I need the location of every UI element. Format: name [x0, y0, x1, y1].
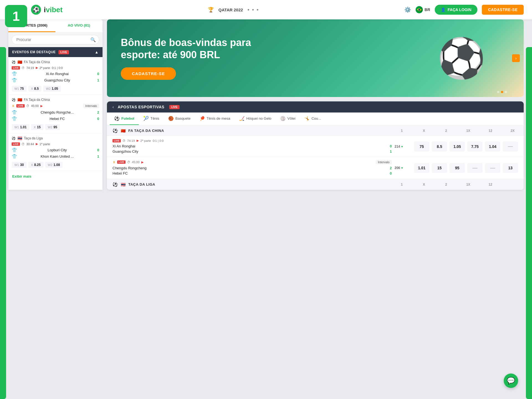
dot-3[interactable]	[505, 91, 507, 93]
main-match-row-1: LIVE ⏱ 74:19 ▶ 2ª parte 0:1 | 0:0 Xi An …	[107, 136, 524, 157]
odds-x-2[interactable]: X 15	[31, 124, 44, 130]
league-name-main-2: TAÇA DA LIGA	[128, 182, 155, 186]
chat-button[interactable]: 💬	[504, 374, 518, 388]
odd-2-2[interactable]: 95	[449, 163, 465, 173]
search-input[interactable]	[12, 35, 99, 44]
soccer-icon: ⚽	[12, 60, 16, 64]
main-pause-2: ⏸	[112, 160, 116, 164]
gear-icon[interactable]: ⚙️	[404, 6, 411, 13]
banner-arrow-right[interactable]: ›	[512, 54, 520, 62]
match-id-2: 206 ▾	[395, 166, 411, 170]
odd-1-12[interactable]: 1.04	[485, 142, 500, 152]
tab-other[interactable]: 🤸 Cou...	[300, 112, 326, 125]
match-part-3: 1ª parte	[40, 142, 50, 146]
main-score-info-1: 0:1 | 0:0	[153, 139, 164, 142]
tab-volei[interactable]: 🏐 Vôlei	[276, 112, 300, 125]
odds-x-3[interactable]: X 8.25	[28, 162, 44, 168]
odd-1-2x[interactable]: —	[503, 142, 518, 152]
dot-2[interactable]	[501, 91, 503, 93]
betting-section: ‹ APOSTAS ESPORTIVAS LIVE ⚽ Futebol 🎾 Tê…	[107, 101, 524, 190]
main-video-1: ▶	[137, 139, 139, 142]
league-name-2: FA Taça da China	[24, 98, 50, 102]
hoquei-label: Hóquei no Gelo	[246, 116, 271, 121]
odds-w2-2[interactable]: W2 95	[45, 124, 60, 130]
match-id-1: 214 ▾	[395, 145, 411, 149]
main-live-1: LIVE	[112, 139, 121, 142]
futebol-label: Futebol	[121, 116, 134, 121]
main-time-1: 74:19	[127, 139, 135, 142]
team-icon-3b: 👕	[12, 154, 17, 159]
main-clock-1: ⏱	[122, 139, 126, 142]
team-score-2b: 0	[97, 117, 99, 121]
basquete-icon: 🏀	[168, 116, 174, 121]
col-2: 2	[441, 129, 452, 133]
betting-header: ‹ APOSTAS ESPORTIVAS LIVE	[107, 101, 524, 112]
tab-basquete[interactable]: 🏀 Basquete	[164, 112, 195, 125]
main-team-2a: Chengdu Rongcheng 2	[112, 165, 392, 171]
exibir-mais-link[interactable]: Exibir mais	[8, 171, 103, 182]
svg-text:⚽: ⚽	[33, 6, 40, 13]
dot-1[interactable]	[497, 91, 499, 93]
tab-ao-vivo[interactable]: AO VIVO (81)	[55, 19, 103, 32]
header-right: ⚙️ BR 👤 FAÇA LOGIN CADASTRE-SE	[404, 5, 524, 15]
register-button[interactable]: CADASTRE-SE	[482, 5, 524, 15]
odd-1-2[interactable]: 1.05	[449, 142, 465, 152]
team-score-3b: 1	[97, 154, 99, 158]
right-content: Bônus de boas-vindas para esporte: até 9…	[103, 19, 524, 190]
number-badge: 1	[5, 5, 27, 27]
search-wrap: 🔍	[12, 35, 99, 44]
chevron-left-icon: ‹	[112, 105, 114, 109]
right-accent	[526, 47, 532, 399]
dropdown-icon-2[interactable]: ▾	[401, 166, 403, 170]
odds-x-1[interactable]: X 8.5	[28, 86, 42, 92]
team-score-1b: 1	[97, 78, 99, 82]
odds-w2-1[interactable]: W2 1.05	[43, 86, 61, 92]
odd-1-1x[interactable]: 7.75	[467, 142, 483, 152]
tab-tenis[interactable]: 🎾 Tênis	[139, 112, 164, 125]
team-icon-1b: 👕	[12, 78, 17, 83]
odd-2-1x[interactable]: —	[467, 163, 483, 173]
odd-2-2x[interactable]: 13	[503, 163, 518, 173]
main-part-1: 2ª parte	[140, 139, 151, 142]
league-header-1: ⚽ 🇨🇳 FA TAÇA DA CHINA 1 X 2 1X 12 2X	[107, 125, 524, 136]
league-name-1: FA Taça da China	[24, 60, 50, 64]
banner-register-button[interactable]: CADASTRE-SE	[121, 67, 176, 80]
odd-1-x[interactable]: 8.5	[432, 142, 447, 152]
main-team-name-1a: Xi An Ronghai	[112, 144, 135, 148]
banner-players-icon: ⚽	[437, 39, 486, 78]
login-button[interactable]: 👤 FAÇA LOGIN	[435, 5, 478, 15]
tab-tenis-mesa[interactable]: 🏓 Tênis de mesa	[195, 112, 235, 125]
team-row-1b: 👕 Guangzhou City 1	[12, 77, 99, 83]
tab-hoquei[interactable]: 🏒 Hóquei no Gelo	[235, 112, 276, 125]
main-live-2: LIVE	[117, 160, 126, 164]
team-score-1a: 0	[97, 72, 99, 76]
video-icon-1: ▶	[36, 66, 38, 70]
hoquei-icon: 🏒	[239, 116, 245, 121]
tab-futebol[interactable]: ⚽ Futebol	[110, 112, 139, 125]
odds-cells-1: 75 8.5 1.05 7.75 1.04 —	[414, 142, 518, 152]
odds-w2-3[interactable]: W2 1.08	[45, 162, 63, 168]
lang-label: BR	[424, 7, 430, 12]
odds-w1-1[interactable]: W1 75	[12, 86, 27, 92]
language-selector[interactable]: BR	[416, 6, 430, 13]
odd-2-x[interactable]: 15	[432, 163, 447, 173]
odds-w1-2[interactable]: W1 1.01	[12, 124, 29, 130]
left-accent	[0, 47, 6, 399]
chat-icon: 💬	[507, 377, 515, 385]
odd-1-1[interactable]: 75	[414, 142, 429, 152]
collapse-icon[interactable]: ▲	[95, 50, 99, 54]
odd-2-1[interactable]: 1.01	[414, 163, 429, 173]
live-badge-3: LIVE	[12, 142, 20, 146]
video-icon-3: ▶	[36, 142, 38, 146]
odd-2-12[interactable]: —	[485, 163, 500, 173]
match-count-1: 214	[395, 145, 400, 149]
brazil-flag	[416, 6, 423, 13]
main-match-meta-1: LIVE ⏱ 74:19 ▶ 2ª parte 0:1 | 0:0	[112, 139, 392, 142]
logo-area: ⚽ ivibet	[30, 4, 63, 15]
time-row-3: LIVE ⏱ 30:44 ▶ 1ª parte	[12, 142, 99, 146]
trophy-icon: 🏆	[208, 7, 214, 13]
thailand-flag-league2: 🇹🇭	[121, 182, 126, 187]
team-name-3b: Khon Kaen United ...	[40, 154, 74, 158]
dropdown-icon-1[interactable]: ▾	[401, 145, 403, 149]
odds-w1-3[interactable]: W1 30	[12, 162, 27, 168]
